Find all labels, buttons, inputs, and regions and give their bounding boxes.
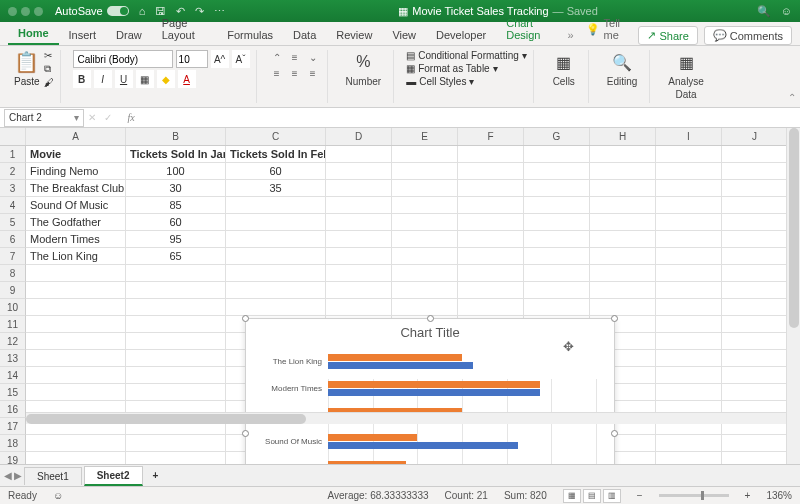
tab-insert[interactable]: Insert bbox=[59, 25, 107, 45]
font-color-button[interactable]: A bbox=[178, 70, 196, 88]
cell[interactable] bbox=[326, 299, 392, 316]
border-button[interactable]: ▦ bbox=[136, 70, 154, 88]
cell[interactable] bbox=[26, 282, 126, 299]
cell[interactable] bbox=[656, 333, 722, 350]
cell[interactable] bbox=[226, 299, 326, 316]
cell[interactable] bbox=[590, 231, 656, 248]
chart-title[interactable]: Chart Title bbox=[246, 319, 614, 344]
cell[interactable] bbox=[722, 316, 788, 333]
cell[interactable] bbox=[126, 316, 226, 333]
cell[interactable] bbox=[656, 214, 722, 231]
chart-bar[interactable] bbox=[328, 389, 540, 396]
cell[interactable] bbox=[458, 299, 524, 316]
cell[interactable] bbox=[458, 248, 524, 265]
cell[interactable] bbox=[392, 248, 458, 265]
cell[interactable] bbox=[722, 214, 788, 231]
cell[interactable] bbox=[226, 231, 326, 248]
align-bottom-icon[interactable]: ⌄ bbox=[305, 50, 321, 64]
cell[interactable] bbox=[524, 282, 590, 299]
row-header-5[interactable]: 5 bbox=[0, 214, 26, 231]
search-icon[interactable]: 🔍 bbox=[757, 5, 771, 18]
cell[interactable] bbox=[590, 265, 656, 282]
zoom-in-icon[interactable]: + bbox=[745, 490, 751, 501]
cell[interactable]: 65 bbox=[126, 248, 226, 265]
cell[interactable]: Movie bbox=[26, 146, 126, 163]
decrease-font-icon[interactable]: Aˇ bbox=[232, 50, 250, 68]
row-header-4[interactable]: 4 bbox=[0, 197, 26, 214]
editing-button[interactable]: 🔍 Editing bbox=[601, 50, 644, 87]
cell[interactable] bbox=[26, 435, 126, 452]
col-header-E[interactable]: E bbox=[392, 128, 458, 145]
cell[interactable] bbox=[656, 197, 722, 214]
cell[interactable]: The Breakfast Club bbox=[26, 180, 126, 197]
cell[interactable] bbox=[590, 248, 656, 265]
row-header-7[interactable]: 7 bbox=[0, 248, 26, 265]
chevron-down-icon[interactable]: ▾ bbox=[74, 112, 79, 123]
select-all-corner[interactable] bbox=[0, 128, 26, 145]
cell[interactable] bbox=[392, 197, 458, 214]
row-header-8[interactable]: 8 bbox=[0, 265, 26, 282]
cell[interactable] bbox=[590, 197, 656, 214]
cell[interactable] bbox=[722, 333, 788, 350]
cell[interactable] bbox=[326, 282, 392, 299]
cell[interactable] bbox=[458, 231, 524, 248]
view-page-break-icon[interactable]: ▥ bbox=[603, 489, 621, 503]
cell[interactable] bbox=[656, 180, 722, 197]
cell[interactable] bbox=[392, 282, 458, 299]
cell[interactable]: 60 bbox=[226, 163, 326, 180]
cell[interactable] bbox=[392, 180, 458, 197]
row-header-18[interactable]: 18 bbox=[0, 435, 26, 452]
cell[interactable] bbox=[326, 231, 392, 248]
undo-icon[interactable]: ↶ bbox=[176, 5, 185, 18]
cell[interactable] bbox=[392, 146, 458, 163]
cell[interactable] bbox=[126, 350, 226, 367]
cell[interactable] bbox=[126, 299, 226, 316]
cell[interactable]: Modern Times bbox=[26, 231, 126, 248]
save-icon[interactable]: 🖫 bbox=[155, 5, 166, 18]
autosave-switch-icon[interactable] bbox=[107, 6, 129, 16]
accessibility-icon[interactable]: ☺ bbox=[53, 490, 63, 501]
cell[interactable] bbox=[126, 282, 226, 299]
more-icon[interactable]: ⋯ bbox=[214, 5, 225, 18]
col-header-D[interactable]: D bbox=[326, 128, 392, 145]
tab-formulas[interactable]: Formulas bbox=[217, 25, 283, 45]
home-icon[interactable]: ⌂ bbox=[139, 5, 146, 18]
number-format-button[interactable]: % Number bbox=[340, 50, 388, 87]
cell[interactable] bbox=[126, 435, 226, 452]
cell[interactable] bbox=[656, 265, 722, 282]
cell[interactable] bbox=[26, 316, 126, 333]
cell[interactable] bbox=[656, 367, 722, 384]
align-top-icon[interactable]: ⌃ bbox=[269, 50, 285, 64]
chart-bar[interactable] bbox=[328, 362, 473, 369]
tab-data[interactable]: Data bbox=[283, 25, 326, 45]
cell[interactable] bbox=[326, 180, 392, 197]
cell[interactable]: 30 bbox=[126, 180, 226, 197]
row-header-17[interactable]: 17 bbox=[0, 418, 26, 435]
cell[interactable] bbox=[126, 333, 226, 350]
chart-bar[interactable] bbox=[328, 434, 417, 441]
spreadsheet-grid[interactable]: ABCDEFGHIJ 12345678910111213141516171819… bbox=[0, 128, 800, 484]
bold-button[interactable]: B bbox=[73, 70, 91, 88]
underline-button[interactable]: U bbox=[115, 70, 133, 88]
cell[interactable] bbox=[326, 146, 392, 163]
cell[interactable]: Tickets Sold In Feb bbox=[226, 146, 326, 163]
col-header-F[interactable]: F bbox=[458, 128, 524, 145]
tab-developer[interactable]: Developer bbox=[426, 25, 496, 45]
cell[interactable] bbox=[590, 163, 656, 180]
cell[interactable] bbox=[524, 265, 590, 282]
cell[interactable] bbox=[590, 180, 656, 197]
tell-me-search[interactable]: 💡 Tell me bbox=[578, 13, 633, 45]
cell[interactable]: Sound Of Music bbox=[26, 197, 126, 214]
col-header-A[interactable]: A bbox=[26, 128, 126, 145]
cell[interactable]: Finding Nemo bbox=[26, 163, 126, 180]
confirm-formula-icon[interactable]: ✓ bbox=[100, 112, 116, 123]
share-button[interactable]: ↗ Share bbox=[638, 26, 697, 45]
cell[interactable] bbox=[226, 197, 326, 214]
cell[interactable] bbox=[26, 384, 126, 401]
redo-icon[interactable]: ↷ bbox=[195, 5, 204, 18]
chart-bar[interactable] bbox=[328, 442, 518, 449]
tab-draw[interactable]: Draw bbox=[106, 25, 152, 45]
add-sheet-button[interactable]: + bbox=[145, 467, 167, 484]
analyse-button[interactable]: ▦ Analyse Data bbox=[662, 50, 710, 100]
collapse-ribbon-icon[interactable]: ⌃ bbox=[788, 92, 796, 103]
